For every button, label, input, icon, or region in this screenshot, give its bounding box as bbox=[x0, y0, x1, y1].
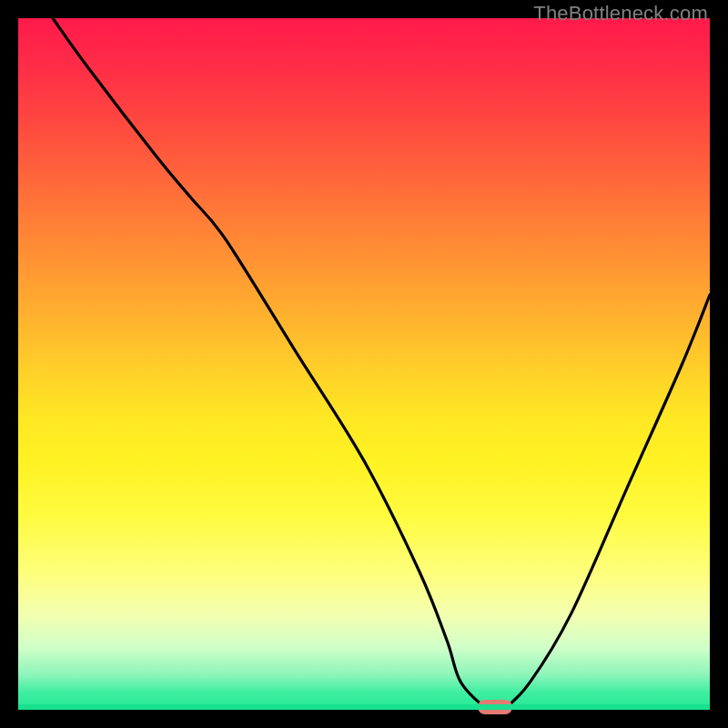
plot-area bbox=[18, 18, 710, 710]
bottom-green-band bbox=[18, 704, 710, 710]
bottleneck-chart: TheBottleneck.com bbox=[0, 0, 728, 728]
bottleneck-curve-path bbox=[53, 18, 710, 713]
curve-layer bbox=[18, 18, 710, 710]
watermark-text: TheBottleneck.com bbox=[533, 2, 708, 25]
